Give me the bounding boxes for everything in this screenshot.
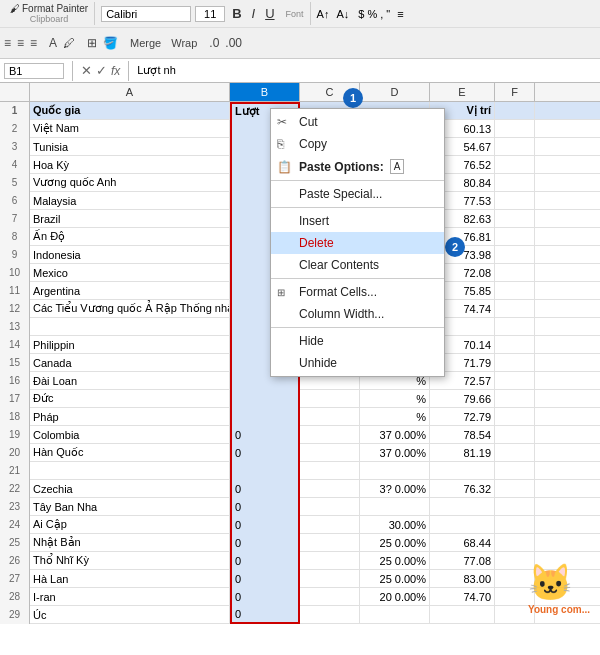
cell-b[interactable]: 0 bbox=[230, 426, 300, 444]
cell-e[interactable]: 79.66 bbox=[430, 390, 495, 408]
cell-a[interactable]: Malaysia bbox=[30, 192, 230, 210]
cell-b[interactable]: 0 bbox=[230, 534, 300, 552]
cell-a[interactable]: Indonesia bbox=[30, 246, 230, 264]
cell-f[interactable] bbox=[495, 156, 535, 174]
cell-a[interactable]: Mexico bbox=[30, 264, 230, 282]
cell-b[interactable]: 0 bbox=[230, 498, 300, 516]
cell-a[interactable]: Úc bbox=[30, 606, 230, 624]
cell-a[interactable]: Thổ Nhĩ Kỳ bbox=[30, 552, 230, 570]
cell-c[interactable] bbox=[300, 462, 360, 480]
cell-e[interactable]: 76.32 bbox=[430, 480, 495, 498]
cell-a[interactable]: Đài Loan bbox=[30, 372, 230, 390]
menu-paste-special[interactable]: Paste Special... bbox=[271, 183, 444, 205]
highlight-icon[interactable]: 🖊 bbox=[63, 36, 75, 50]
cell-f[interactable] bbox=[495, 174, 535, 192]
merge-icon[interactable]: Merge bbox=[130, 37, 161, 49]
cell-a[interactable]: Tây Ban Nha bbox=[30, 498, 230, 516]
col-header-f[interactable]: F bbox=[495, 83, 535, 101]
cell-b[interactable] bbox=[230, 408, 300, 426]
cell-a[interactable]: I-ran bbox=[30, 588, 230, 606]
cell-e[interactable] bbox=[430, 516, 495, 534]
menu-format-cells[interactable]: ⊞ Format Cells... bbox=[271, 281, 444, 303]
wrap-icon[interactable]: Wrap bbox=[171, 37, 197, 49]
cell-c[interactable] bbox=[300, 426, 360, 444]
cell-f[interactable] bbox=[495, 120, 535, 138]
cell-a[interactable]: Czechia bbox=[30, 480, 230, 498]
cell-e[interactable]: 81.19 bbox=[430, 444, 495, 462]
cell-c[interactable] bbox=[300, 534, 360, 552]
cell-c[interactable] bbox=[300, 516, 360, 534]
cell-f[interactable] bbox=[495, 102, 535, 120]
cell-e[interactable]: 83.00 bbox=[430, 570, 495, 588]
cell-a[interactable]: Các Tiểu Vương quốc Ả Rập Thống nhất bbox=[30, 300, 230, 318]
bold-button[interactable]: B bbox=[229, 5, 244, 22]
cell-b[interactable]: 0 bbox=[230, 606, 300, 624]
cell-b[interactable]: 0 bbox=[230, 552, 300, 570]
cell-d[interactable] bbox=[360, 606, 430, 624]
align-left-icon[interactable]: ≡ bbox=[4, 36, 11, 50]
cell-c[interactable] bbox=[300, 606, 360, 624]
underline-button[interactable]: U bbox=[262, 5, 277, 22]
cell-a[interactable]: Argentina bbox=[30, 282, 230, 300]
decimal-increase-icon[interactable]: .0 bbox=[209, 36, 219, 50]
menu-delete[interactable]: Delete bbox=[271, 232, 444, 254]
fill-color-icon[interactable]: 🪣 bbox=[103, 36, 118, 50]
font-name-input[interactable] bbox=[101, 6, 191, 22]
cancel-formula-icon[interactable]: ✕ bbox=[81, 63, 92, 78]
cell-c[interactable] bbox=[300, 588, 360, 606]
cell-a[interactable]: Brazil bbox=[30, 210, 230, 228]
cell-a[interactable]: Tunisia bbox=[30, 138, 230, 156]
paste-option-box[interactable]: A bbox=[390, 159, 405, 174]
percent-icon[interactable]: % bbox=[367, 8, 377, 20]
cell-c[interactable] bbox=[300, 444, 360, 462]
menu-clear-contents[interactable]: Clear Contents bbox=[271, 254, 444, 276]
cell-b[interactable] bbox=[230, 462, 300, 480]
col-header-d[interactable]: D bbox=[360, 83, 430, 101]
cell-f[interactable] bbox=[495, 300, 535, 318]
cell-a[interactable] bbox=[30, 462, 230, 480]
cell-d[interactable]: 30.00% bbox=[360, 516, 430, 534]
col-header-b[interactable]: B bbox=[230, 83, 300, 101]
cell-e[interactable] bbox=[430, 498, 495, 516]
cell-a[interactable]: Ấn Độ bbox=[30, 228, 230, 246]
cell-e[interactable]: 77.08 bbox=[430, 552, 495, 570]
col-header-e[interactable]: E bbox=[430, 83, 495, 101]
cell-f[interactable] bbox=[495, 318, 535, 336]
cell-d[interactable]: 25 0.00% bbox=[360, 534, 430, 552]
cell-c[interactable] bbox=[300, 570, 360, 588]
cell-a[interactable]: Nhật Bản bbox=[30, 534, 230, 552]
cell-e[interactable] bbox=[430, 606, 495, 624]
cell-b[interactable] bbox=[230, 390, 300, 408]
cell-d[interactable]: 20 0.00% bbox=[360, 588, 430, 606]
cell-f[interactable] bbox=[495, 138, 535, 156]
italic-button[interactable]: I bbox=[249, 5, 259, 22]
cell-f[interactable] bbox=[495, 372, 535, 390]
cell-e[interactable]: 68.44 bbox=[430, 534, 495, 552]
cell-b[interactable]: 0 bbox=[230, 588, 300, 606]
cell-a[interactable]: Hoa Kỳ bbox=[30, 156, 230, 174]
cell-c[interactable] bbox=[300, 480, 360, 498]
cell-f[interactable] bbox=[495, 516, 535, 534]
cell-f[interactable] bbox=[495, 246, 535, 264]
cell-b[interactable]: 0 bbox=[230, 444, 300, 462]
font-size-increase-icon[interactable]: A↑ bbox=[317, 8, 330, 20]
menu-paste-options[interactable]: 📋 Paste Options: A bbox=[271, 155, 444, 178]
cell-b[interactable]: 0 bbox=[230, 570, 300, 588]
cell-f[interactable] bbox=[495, 444, 535, 462]
decimal-decrease-icon[interactable]: .00 bbox=[225, 36, 242, 50]
font-size-decrease-icon[interactable]: A↓ bbox=[336, 8, 349, 20]
cell-d[interactable]: 37 0.00% bbox=[360, 426, 430, 444]
cell-f[interactable] bbox=[495, 354, 535, 372]
align-center-icon[interactable]: ≡ bbox=[17, 36, 24, 50]
cell-e[interactable]: 74.70 bbox=[430, 588, 495, 606]
menu-hide[interactable]: Hide bbox=[271, 330, 444, 352]
cell-e[interactable]: 72.79 bbox=[430, 408, 495, 426]
cell-a[interactable]: Canada bbox=[30, 354, 230, 372]
menu-copy[interactable]: ⎘ Copy bbox=[271, 133, 444, 155]
comma-icon[interactable]: , bbox=[380, 8, 383, 20]
cell-c[interactable] bbox=[300, 390, 360, 408]
cell-a[interactable]: Colombia bbox=[30, 426, 230, 444]
cell-f[interactable] bbox=[495, 282, 535, 300]
cell-d[interactable]: 37 0.00% bbox=[360, 444, 430, 462]
cell-e[interactable] bbox=[430, 462, 495, 480]
